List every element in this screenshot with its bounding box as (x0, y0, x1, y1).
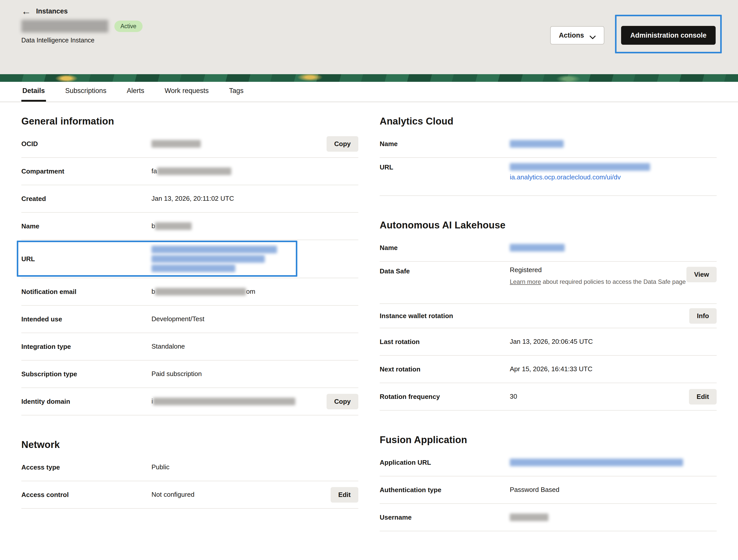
row-notification-email: Notification email bom (21, 278, 358, 306)
redacted-link (151, 246, 277, 253)
username-label: Username (380, 514, 510, 521)
actions-button[interactable]: Actions (550, 26, 604, 44)
identity-domain-copy-button[interactable]: Copy (327, 394, 358, 409)
compartment-label: Compartment (21, 167, 151, 175)
tab-tags[interactable]: Tags (228, 82, 245, 102)
redacted-value (151, 140, 201, 148)
row-wallet-rotation: Instance wallet rotation Info (380, 304, 717, 328)
identity-domain-value: i (151, 397, 327, 406)
row-rotation-frequency: Rotation frequency 30 Edit (380, 383, 717, 411)
tab-subscriptions[interactable]: Subscriptions (64, 82, 107, 102)
redacted-value (155, 222, 192, 230)
last-rotation-value: Jan 13, 2026, 20:06:45 UTC (510, 337, 717, 347)
header-actions: Actions Administration console (550, 26, 716, 45)
row-identity-domain: Identity domain i Copy (21, 388, 358, 416)
authentication-type-value: Password Based (510, 485, 717, 495)
access-type-label: Access type (21, 464, 151, 471)
row-next-rotation: Next rotation Apr 15, 2026, 16:41:33 UTC (380, 356, 717, 383)
breadcrumb: ← Instances (21, 0, 717, 16)
analytics-url-value[interactable]: ia.analytics.ocp.oraclecloud.com/ui/dv (510, 161, 717, 182)
rotation-frequency-edit-button[interactable]: Edit (689, 389, 717, 405)
intended-use-label: Intended use (21, 315, 151, 323)
subscription-type-label: Subscription type (21, 370, 151, 378)
redacted-value (157, 167, 231, 175)
learn-more-link[interactable]: Learn more (510, 278, 541, 285)
row-authentication-type: Authentication type Password Based (380, 476, 717, 504)
application-url-value[interactable] (510, 458, 717, 467)
application-url-label: Application URL (380, 459, 510, 467)
access-control-value: Not configured (151, 490, 331, 500)
redacted-value (155, 288, 246, 296)
tab-work-requests[interactable]: Work requests (164, 82, 210, 102)
redacted-link (510, 244, 565, 251)
back-link[interactable]: Instances (36, 7, 68, 15)
data-safe-help: Learn more about required policies to ac… (510, 277, 686, 287)
administration-console-button[interactable]: Administration console (621, 26, 716, 45)
back-arrow-icon[interactable]: ← (21, 6, 31, 16)
redacted-link (510, 140, 564, 148)
redacted-link (151, 264, 235, 272)
ocid-value (151, 139, 327, 149)
lakehouse-name-value[interactable] (510, 243, 717, 252)
analytics-name-label: Name (380, 140, 510, 148)
analytics-url-link[interactable]: ia.analytics.ocp.oraclecloud.com/ui/dv (510, 173, 621, 181)
lakehouse-name-label: Name (380, 244, 510, 252)
main-content: General information OCID Copy Compartmen… (0, 102, 738, 531)
authentication-type-label: Authentication type (380, 486, 510, 494)
ocid-copy-button[interactable]: Copy (327, 136, 358, 152)
next-rotation-label: Next rotation (380, 365, 510, 373)
subscription-type-value: Paid subscription (151, 369, 358, 379)
rotation-frequency-value: 30 (510, 392, 689, 402)
left-column: General information OCID Copy Compartmen… (21, 102, 358, 509)
section-network: Network (21, 439, 358, 450)
rotation-frequency-label: Rotation frequency (380, 393, 510, 401)
wallet-rotation-info-button[interactable]: Info (689, 308, 717, 324)
row-name: Name b (21, 213, 358, 240)
redacted-link (510, 163, 650, 171)
actions-button-label: Actions (559, 31, 584, 39)
analytics-url-label: URL (380, 161, 510, 171)
row-compartment: Compartment fa (21, 158, 358, 185)
row-application-url: Application URL (380, 449, 717, 476)
tab-alerts[interactable]: Alerts (126, 82, 145, 102)
created-label: Created (21, 195, 151, 203)
name-value: b (151, 221, 358, 231)
row-subscription-type: Subscription type Paid subscription (21, 361, 358, 388)
data-safe-view-button[interactable]: View (686, 267, 717, 282)
row-data-safe: Data Safe Registered Learn more about re… (380, 262, 717, 304)
row-url: URL (21, 240, 358, 278)
page-header: ← Instances Active Data Intelligence Ins… (0, 0, 738, 74)
row-analytics-url: URL ia.analytics.ocp.oraclecloud.com/ui/… (380, 158, 717, 196)
url-value[interactable] (151, 244, 358, 274)
username-value (510, 513, 717, 522)
right-column: Analytics Cloud Name URL ia.analytics.oc… (380, 102, 717, 531)
access-control-edit-button[interactable]: Edit (331, 487, 358, 503)
tab-bar: Details Subscriptions Alerts Work reques… (0, 82, 738, 102)
redacted-value (510, 514, 548, 521)
row-last-rotation: Last rotation Jan 13, 2026, 20:06:45 UTC (380, 328, 717, 356)
data-safe-status: Registered (510, 265, 686, 275)
wallet-rotation-label: Instance wallet rotation (380, 312, 689, 320)
row-created: Created Jan 13, 2026, 20:11:02 UTC (21, 185, 358, 213)
integration-type-label: Integration type (21, 343, 151, 351)
ocid-label: OCID (21, 140, 151, 148)
identity-domain-label: Identity domain (21, 398, 151, 406)
access-type-value: Public (151, 462, 358, 472)
status-badge: Active (114, 21, 142, 32)
row-access-type: Access type Public (21, 454, 358, 481)
analytics-name-value[interactable] (510, 139, 717, 149)
created-value: Jan 13, 2026, 20:11:02 UTC (151, 194, 358, 203)
row-lakehouse-name: Name (380, 234, 717, 262)
redacted-link (510, 459, 683, 466)
row-analytics-name: Name (380, 130, 717, 158)
integration-type-value: Standalone (151, 342, 358, 352)
url-label: URL (21, 255, 151, 263)
notification-email-label: Notification email (21, 288, 151, 296)
section-analytics-cloud: Analytics Cloud (380, 116, 717, 127)
admin-console-wrap: Administration console (621, 26, 716, 45)
section-autonomous-lakehouse: Autonomous AI Lakehouse (380, 220, 717, 231)
row-intended-use: Intended use Development/Test (21, 306, 358, 333)
access-control-label: Access control (21, 491, 151, 499)
tab-details[interactable]: Details (21, 82, 46, 102)
row-integration-type: Integration type Standalone (21, 333, 358, 361)
